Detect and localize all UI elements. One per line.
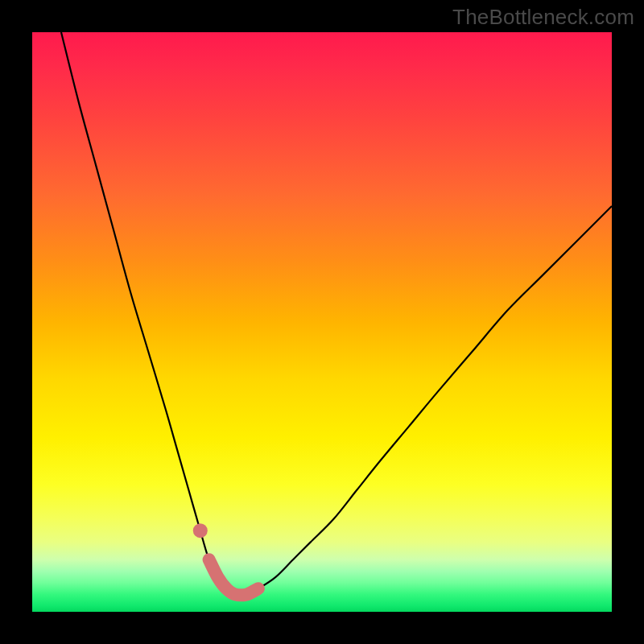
plot-area xyxy=(32,32,612,612)
chart-frame: TheBottleneck.com xyxy=(0,0,644,644)
bottleneck-curve xyxy=(61,32,612,595)
curve-layer xyxy=(32,32,612,612)
watermark-text: TheBottleneck.com xyxy=(452,5,634,30)
highlight-dot xyxy=(193,523,208,538)
highlight-segment xyxy=(209,559,258,595)
